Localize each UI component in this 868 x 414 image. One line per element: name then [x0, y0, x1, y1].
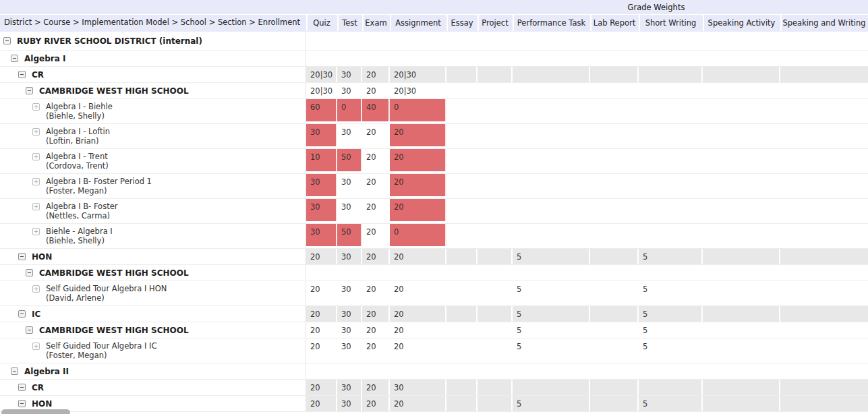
tree-row-label: Algebra I - Trent: [46, 152, 109, 161]
tree-row-label: Algebra I B- Foster Period 1: [46, 177, 152, 186]
weight-cell: 30: [337, 338, 362, 363]
collapse-icon[interactable]: [26, 326, 33, 334]
weight-cell: [780, 249, 868, 264]
weight-cell: [780, 83, 868, 98]
expand-icon[interactable]: [32, 343, 40, 350]
horizontal-scrollbar-thumb[interactable]: [1, 409, 70, 414]
weight-cell: [478, 149, 513, 173]
weight-cell: 20: [306, 396, 337, 411]
weight-cell: [590, 380, 639, 395]
weight-cell: 30: [306, 174, 337, 198]
weight-cell: [513, 51, 590, 66]
weight-cell: [639, 32, 703, 50]
weight-cells: 10502020: [306, 149, 868, 173]
weight-cell: [703, 99, 780, 123]
expand-icon[interactable]: [32, 285, 40, 293]
weight-cell: [446, 363, 478, 379]
collapse-icon[interactable]: [11, 367, 18, 375]
tree-row-labels: Self Guided Tour Algebra I IC(Foster, Me…: [46, 341, 156, 360]
weight-cells: 20302030: [306, 380, 868, 395]
collapse-icon[interactable]: [3, 37, 11, 45]
weight-cell: 20: [362, 199, 390, 223]
collapse-icon[interactable]: [18, 71, 26, 78]
weight-cell: [478, 281, 513, 305]
tree-row-teacher: (Loftin, Brian): [46, 136, 110, 146]
tree-cell: CR: [0, 380, 306, 395]
collapse-icon[interactable]: [11, 55, 18, 62]
tree-row: CR20|30302020|30: [0, 67, 868, 83]
tree-row-teacher: (Foster, Megan): [46, 351, 156, 360]
collapse-icon[interactable]: [18, 310, 26, 318]
weight-cell: [780, 199, 868, 223]
weight-cell: 20: [362, 174, 390, 198]
weight-cell: [590, 174, 639, 198]
tree-cell: HON: [0, 249, 306, 264]
weight-cell: [513, 149, 590, 173]
weight-cell: [362, 32, 390, 50]
weight-cell: 20: [362, 338, 390, 363]
collapse-icon[interactable]: [26, 87, 33, 94]
weight-cell: [337, 32, 362, 50]
weight-cell: [478, 322, 513, 338]
column-header-lab-report: Lab Report: [590, 14, 639, 31]
weight-cell: [478, 338, 513, 363]
weight-cell: 20: [362, 149, 390, 173]
collapse-icon[interactable]: [18, 384, 26, 391]
weight-cell: [446, 99, 478, 123]
tree-cell: Self Guided Tour Algebra I HON(David, Ar…: [0, 281, 306, 305]
weight-cell: [446, 83, 478, 98]
tree-cell: CAMBRIDGE WEST HIGH SCHOOL: [0, 265, 306, 280]
weight-cell: 5: [639, 281, 703, 305]
weight-cell: [590, 265, 639, 280]
weight-cells: 2030202055: [306, 396, 868, 411]
expand-icon[interactable]: [32, 128, 40, 136]
weight-cell: [337, 265, 362, 280]
weight-cell: [390, 32, 446, 50]
weight-cell: [703, 124, 780, 148]
expand-icon[interactable]: [32, 103, 40, 111]
tree-row-label: Algebra I: [24, 54, 65, 63]
tree-row-label: HON: [32, 399, 52, 409]
tree-row-labels: CR: [32, 383, 44, 392]
weight-cell: [590, 83, 639, 98]
weight-cell: [446, 199, 478, 223]
weight-cell: [478, 396, 513, 411]
weight-cell: 30: [337, 83, 362, 98]
collapse-icon[interactable]: [18, 400, 26, 407]
tree-row-labels: Algebra I - Loftin(Loftin, Brian): [46, 127, 110, 146]
weight-cell: 0: [390, 224, 446, 248]
tree-cell: CAMBRIDGE WEST HIGH SCHOOL: [0, 83, 306, 98]
weight-cell: [780, 338, 868, 363]
weight-cell: [446, 396, 478, 411]
expand-icon[interactable]: [32, 228, 40, 235]
tree-row-teacher: (Biehle, Shelly): [46, 236, 113, 245]
weight-cell: [446, 224, 478, 248]
weight-cell: [478, 363, 513, 379]
collapse-icon[interactable]: [26, 269, 33, 276]
expand-icon[interactable]: [32, 203, 40, 210]
weight-cell: [446, 322, 478, 338]
weight-cell: [703, 396, 780, 411]
weight-cell: [513, 224, 590, 248]
tree-cell: Algebra I - Biehle(Biehle, Shelly): [0, 99, 306, 123]
weight-cell: [306, 51, 337, 66]
weight-cell: 20: [390, 306, 446, 322]
tree-row-teacher: (Cordova, Trent): [46, 161, 109, 171]
weight-cell: 5: [639, 338, 703, 363]
column-header-exam: Exam: [362, 14, 390, 31]
expand-icon[interactable]: [32, 178, 40, 185]
weight-cell: [306, 363, 337, 379]
weight-cell: [639, 199, 703, 223]
expand-icon[interactable]: [32, 153, 40, 160]
tree-row-labels: CAMBRIDGE WEST HIGH SCHOOL: [39, 268, 189, 278]
tree-row: RUBY RIVER SCHOOL DISTRICT (internal): [0, 32, 868, 51]
tree-table-body: RUBY RIVER SCHOOL DISTRICT (internal)Alg…: [0, 32, 868, 412]
weight-cell: 30: [337, 380, 362, 395]
weight-cells: 2030202055: [306, 322, 868, 338]
weight-cells: [306, 51, 868, 66]
weight-cell: [590, 281, 639, 305]
weight-cell: 0: [390, 99, 446, 123]
collapse-icon[interactable]: [18, 253, 26, 260]
tree-cell: Algebra I B- Foster Period 1(Foster, Meg…: [0, 174, 306, 198]
weight-cell: 40: [362, 99, 390, 123]
